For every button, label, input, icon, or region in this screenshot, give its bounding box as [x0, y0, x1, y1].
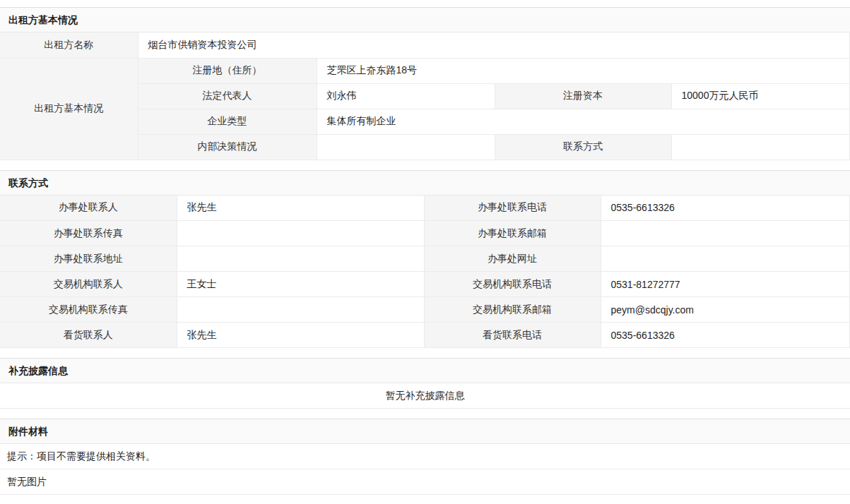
table-row: 出租方基本情况 注册地（住所） 芝罘区上夼东路18号 — [0, 58, 850, 83]
exchange-contact-fax-value — [177, 297, 424, 323]
office-contact-email-value — [601, 221, 850, 246]
table-row: 交易机构联系人 王女士 交易机构联系电话 0531-81272777 — [0, 272, 850, 297]
table-row: 办事处联系传真 办事处联系邮箱 — [0, 221, 850, 246]
contact-method-label: 联系方式 — [495, 134, 671, 160]
table-row: 办事处联系地址 办事处网址 — [0, 246, 850, 272]
exchange-contact-email-label: 交易机构联系邮箱 — [424, 297, 601, 323]
exchange-contact-phone-label: 交易机构联系电话 — [424, 272, 601, 297]
attachments-tip-text: 提示：项目不需要提供相关资料。 — [0, 444, 850, 469]
exchange-contact-phone-value: 0531-81272777 — [601, 272, 850, 297]
section-title-contact-info: 联系方式 — [0, 170, 850, 196]
table-row: 办事处联系人 张先生 办事处联系电话 0535-6613326 — [0, 196, 850, 221]
viewing-contact-phone-label: 看货联系电话 — [424, 323, 601, 348]
exchange-contact-person-value: 王女士 — [177, 272, 424, 297]
office-website-label: 办事处网址 — [424, 246, 601, 272]
table-row: 看货联系人 张先生 看货联系电话 0535-6613326 — [0, 323, 850, 348]
office-contact-person-value: 张先生 — [177, 196, 424, 221]
contact-method-value — [671, 134, 850, 160]
exchange-contact-person-label: 交易机构联系人 — [0, 272, 177, 297]
office-contact-fax-value — [177, 221, 424, 246]
registered-capital-value: 10000万元人民币 — [671, 83, 850, 109]
lessor-name-label: 出租方名称 — [0, 32, 138, 58]
viewing-contact-person-value: 张先生 — [177, 323, 424, 348]
enterprise-type-value: 集体所有制企业 — [317, 109, 850, 134]
viewing-contact-person-label: 看货联系人 — [0, 323, 177, 348]
office-contact-person-label: 办事处联系人 — [0, 196, 177, 221]
lessor-detail-page: 出租方基本情况 出租方名称 烟台市供销资本投资公司 出租方基本情况 注册地（住所… — [0, 0, 850, 504]
table-row: 出租方名称 烟台市供销资本投资公司 — [0, 32, 850, 58]
section-attachments: 附件材料 提示：项目不需要提供相关资料。 暂无图片 — [0, 419, 850, 495]
exchange-contact-email-value: peym@sdcqjy.com — [601, 297, 850, 323]
section-lessor-basic-info: 出租方基本情况 出租方名称 烟台市供销资本投资公司 出租方基本情况 注册地（住所… — [0, 7, 850, 160]
internal-decision-value — [317, 134, 495, 160]
legal-representative-label: 法定代表人 — [138, 83, 317, 109]
enterprise-type-label: 企业类型 — [138, 109, 317, 134]
lessor-basic-group-label: 出租方基本情况 — [0, 58, 138, 160]
legal-representative-value: 刘永伟 — [317, 83, 495, 109]
office-contact-address-value — [177, 246, 424, 272]
office-contact-phone-label: 办事处联系电话 — [424, 196, 601, 221]
registered-address-label: 注册地（住所） — [138, 58, 317, 83]
attachments-no-image-text: 暂无图片 — [0, 469, 850, 495]
lessor-name-value: 烟台市供销资本投资公司 — [138, 32, 850, 58]
registered-capital-label: 注册资本 — [495, 83, 671, 109]
viewing-contact-phone-value: 0535-6613326 — [601, 323, 850, 348]
office-contact-email-label: 办事处联系邮箱 — [424, 221, 601, 246]
table-row: 交易机构联系传真 交易机构联系邮箱 peym@sdcqjy.com — [0, 297, 850, 323]
office-contact-phone-value: 0535-6613326 — [601, 196, 850, 221]
exchange-contact-fax-label: 交易机构联系传真 — [0, 297, 177, 323]
office-contact-fax-label: 办事处联系传真 — [0, 221, 177, 246]
section-title-attachments: 附件材料 — [0, 419, 850, 444]
section-supplementary-disclosure: 补充披露信息 暂无补充披露信息 — [0, 358, 850, 409]
office-website-value — [601, 246, 850, 272]
lessor-basic-info-table: 出租方名称 烟台市供销资本投资公司 出租方基本情况 注册地（住所） 芝罘区上夼东… — [0, 32, 850, 160]
section-contact-info: 联系方式 办事处联系人 张先生 办事处联系电话 0535-6613326 办事处… — [0, 170, 850, 349]
registered-address-value: 芝罘区上夼东路18号 — [317, 58, 850, 83]
section-title-lessor-basic-info: 出租方基本情况 — [0, 7, 850, 32]
internal-decision-label: 内部决策情况 — [138, 134, 317, 160]
office-contact-address-label: 办事处联系地址 — [0, 246, 177, 272]
supplementary-disclosure-empty-text: 暂无补充披露信息 — [0, 383, 850, 409]
contact-info-table: 办事处联系人 张先生 办事处联系电话 0535-6613326 办事处联系传真 … — [0, 196, 850, 349]
section-title-supplementary-disclosure: 补充披露信息 — [0, 358, 850, 383]
